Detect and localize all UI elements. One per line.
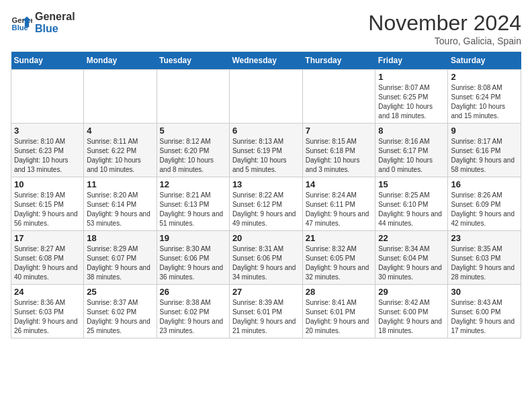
calendar-cell: 11Sunrise: 8:20 AM Sunset: 6:14 PM Dayli… [84, 177, 157, 231]
day-number: 9 [451, 126, 518, 136]
page-header: General Blue General Blue November 2024 … [11, 11, 521, 46]
logo-icon: General Blue [11, 12, 32, 34]
calendar-cell: 7Sunrise: 8:15 AM Sunset: 6:18 PM Daylig… [302, 124, 375, 177]
day-number: 25 [87, 287, 153, 297]
day-info: Sunrise: 8:15 AM Sunset: 6:18 PM Dayligh… [306, 137, 373, 175]
calendar-cell: 6Sunrise: 8:13 AM Sunset: 6:19 PM Daylig… [229, 124, 302, 177]
day-info: Sunrise: 8:16 AM Sunset: 6:17 PM Dayligh… [378, 137, 445, 175]
day-info: Sunrise: 8:32 AM Sunset: 6:05 PM Dayligh… [306, 244, 373, 282]
day-info: Sunrise: 8:41 AM Sunset: 6:01 PM Dayligh… [306, 298, 373, 336]
day-number: 21 [306, 233, 373, 243]
day-header-monday: Monday [84, 52, 157, 70]
calendar-cell [302, 70, 375, 124]
day-info: Sunrise: 8:27 AM Sunset: 6:08 PM Dayligh… [14, 244, 81, 282]
day-info: Sunrise: 8:20 AM Sunset: 6:14 PM Dayligh… [87, 191, 153, 228]
calendar-table: SundayMondayTuesdayWednesdayThursdayFrid… [11, 52, 521, 338]
calendar-cell: 13Sunrise: 8:22 AM Sunset: 6:12 PM Dayli… [229, 177, 302, 231]
day-info: Sunrise: 8:07 AM Sunset: 6:25 PM Dayligh… [378, 83, 445, 121]
week-row-4: 17Sunrise: 8:27 AM Sunset: 6:08 PM Dayli… [11, 231, 521, 285]
day-info: Sunrise: 8:34 AM Sunset: 6:04 PM Dayligh… [378, 244, 445, 282]
day-number: 20 [232, 233, 300, 243]
day-info: Sunrise: 8:29 AM Sunset: 6:07 PM Dayligh… [87, 244, 153, 282]
day-info: Sunrise: 8:38 AM Sunset: 6:02 PM Dayligh… [160, 298, 226, 336]
month-title: November 2024 [368, 11, 521, 36]
day-info: Sunrise: 8:37 AM Sunset: 6:02 PM Dayligh… [87, 298, 153, 336]
calendar-cell: 10Sunrise: 8:19 AM Sunset: 6:15 PM Dayli… [11, 177, 84, 231]
day-number: 5 [160, 126, 226, 136]
calendar-cell: 5Sunrise: 8:12 AM Sunset: 6:20 PM Daylig… [157, 124, 229, 177]
day-number: 23 [451, 233, 518, 243]
calendar-cell: 29Sunrise: 8:42 AM Sunset: 6:00 PM Dayli… [375, 285, 448, 338]
day-info: Sunrise: 8:39 AM Sunset: 6:01 PM Dayligh… [232, 298, 300, 336]
day-info: Sunrise: 8:24 AM Sunset: 6:11 PM Dayligh… [306, 191, 373, 228]
day-number: 18 [87, 233, 153, 243]
calendar-cell: 15Sunrise: 8:25 AM Sunset: 6:10 PM Dayli… [375, 177, 448, 231]
day-number: 2 [451, 72, 518, 82]
day-info: Sunrise: 8:22 AM Sunset: 6:12 PM Dayligh… [232, 191, 300, 228]
day-number: 22 [378, 233, 445, 243]
calendar-cell: 26Sunrise: 8:38 AM Sunset: 6:02 PM Dayli… [157, 285, 229, 338]
day-info: Sunrise: 8:42 AM Sunset: 6:00 PM Dayligh… [378, 298, 445, 336]
day-info: Sunrise: 8:12 AM Sunset: 6:20 PM Dayligh… [160, 137, 226, 175]
calendar-cell: 8Sunrise: 8:16 AM Sunset: 6:17 PM Daylig… [375, 124, 448, 177]
day-info: Sunrise: 8:08 AM Sunset: 6:24 PM Dayligh… [451, 83, 518, 121]
day-number: 13 [232, 179, 300, 189]
day-info: Sunrise: 8:21 AM Sunset: 6:13 PM Dayligh… [160, 191, 226, 228]
calendar-cell: 12Sunrise: 8:21 AM Sunset: 6:13 PM Dayli… [157, 177, 229, 231]
header-row: SundayMondayTuesdayWednesdayThursdayFrid… [11, 52, 521, 70]
calendar-cell: 3Sunrise: 8:10 AM Sunset: 6:23 PM Daylig… [11, 124, 84, 177]
day-info: Sunrise: 8:17 AM Sunset: 6:16 PM Dayligh… [451, 137, 518, 175]
day-info: Sunrise: 8:26 AM Sunset: 6:09 PM Dayligh… [451, 191, 518, 228]
day-number: 27 [232, 287, 300, 297]
day-number: 28 [306, 287, 373, 297]
day-number: 7 [306, 126, 373, 136]
day-number: 15 [378, 179, 445, 189]
day-info: Sunrise: 8:19 AM Sunset: 6:15 PM Dayligh… [14, 191, 81, 228]
calendar-cell [11, 70, 84, 124]
week-row-5: 24Sunrise: 8:36 AM Sunset: 6:03 PM Dayli… [11, 285, 521, 338]
week-row-2: 3Sunrise: 8:10 AM Sunset: 6:23 PM Daylig… [11, 124, 521, 177]
calendar-cell: 9Sunrise: 8:17 AM Sunset: 6:16 PM Daylig… [448, 124, 521, 177]
day-number: 11 [87, 179, 153, 189]
day-number: 1 [378, 72, 445, 82]
day-info: Sunrise: 8:43 AM Sunset: 6:00 PM Dayligh… [451, 298, 518, 336]
day-number: 14 [306, 179, 373, 189]
calendar-cell: 23Sunrise: 8:35 AM Sunset: 6:03 PM Dayli… [448, 231, 521, 285]
calendar-cell: 22Sunrise: 8:34 AM Sunset: 6:04 PM Dayli… [375, 231, 448, 285]
calendar-cell [157, 70, 229, 124]
calendar-cell: 24Sunrise: 8:36 AM Sunset: 6:03 PM Dayli… [11, 285, 84, 338]
calendar-cell: 25Sunrise: 8:37 AM Sunset: 6:02 PM Dayli… [84, 285, 157, 338]
calendar-cell: 16Sunrise: 8:26 AM Sunset: 6:09 PM Dayli… [448, 177, 521, 231]
calendar-cell: 14Sunrise: 8:24 AM Sunset: 6:11 PM Dayli… [302, 177, 375, 231]
day-info: Sunrise: 8:31 AM Sunset: 6:06 PM Dayligh… [232, 244, 300, 282]
calendar-cell [84, 70, 157, 124]
calendar-cell: 27Sunrise: 8:39 AM Sunset: 6:01 PM Dayli… [229, 285, 302, 338]
day-info: Sunrise: 8:13 AM Sunset: 6:19 PM Dayligh… [232, 137, 300, 175]
calendar-cell: 20Sunrise: 8:31 AM Sunset: 6:06 PM Dayli… [229, 231, 302, 285]
day-header-saturday: Saturday [448, 52, 521, 70]
day-number: 3 [14, 126, 81, 136]
title-block: November 2024 Touro, Galicia, Spain [368, 11, 521, 46]
day-header-sunday: Sunday [11, 52, 84, 70]
calendar-cell: 2Sunrise: 8:08 AM Sunset: 6:24 PM Daylig… [448, 70, 521, 124]
day-header-thursday: Thursday [302, 52, 375, 70]
day-number: 30 [451, 287, 518, 297]
day-number: 12 [160, 179, 226, 189]
week-row-3: 10Sunrise: 8:19 AM Sunset: 6:15 PM Dayli… [11, 177, 521, 231]
calendar-cell: 28Sunrise: 8:41 AM Sunset: 6:01 PM Dayli… [302, 285, 375, 338]
day-info: Sunrise: 8:36 AM Sunset: 6:03 PM Dayligh… [14, 298, 81, 336]
logo: General Blue General Blue [11, 11, 75, 35]
day-header-friday: Friday [375, 52, 448, 70]
logo-text: General Blue [35, 11, 75, 35]
calendar-cell: 19Sunrise: 8:30 AM Sunset: 6:06 PM Dayli… [157, 231, 229, 285]
day-info: Sunrise: 8:10 AM Sunset: 6:23 PM Dayligh… [14, 137, 81, 175]
calendar-cell: 21Sunrise: 8:32 AM Sunset: 6:05 PM Dayli… [302, 231, 375, 285]
week-row-1: 1Sunrise: 8:07 AM Sunset: 6:25 PM Daylig… [11, 70, 521, 124]
day-number: 6 [232, 126, 300, 136]
day-number: 19 [160, 233, 226, 243]
day-number: 29 [378, 287, 445, 297]
calendar-cell: 4Sunrise: 8:11 AM Sunset: 6:22 PM Daylig… [84, 124, 157, 177]
day-info: Sunrise: 8:30 AM Sunset: 6:06 PM Dayligh… [160, 244, 226, 282]
day-number: 16 [451, 179, 518, 189]
day-number: 4 [87, 126, 153, 136]
